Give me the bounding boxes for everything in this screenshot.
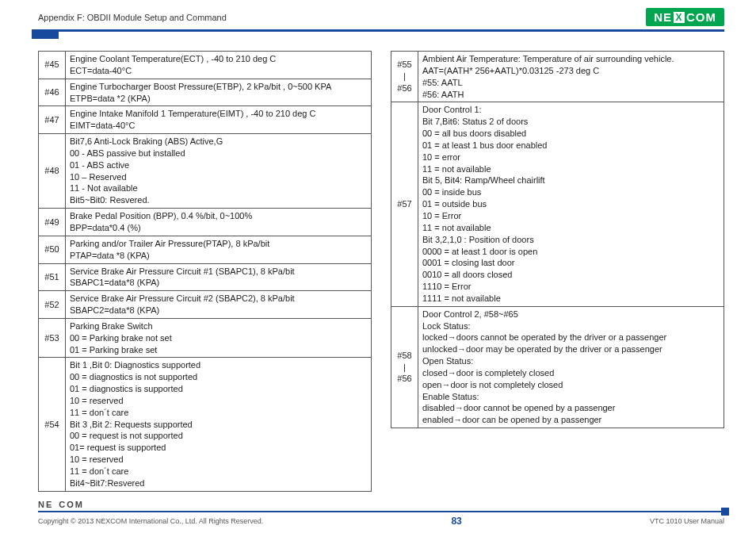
row-index: #57 [391,102,418,306]
copyright-text: Copyright © 2013 NEXCOM International Co… [38,517,263,525]
row-content: Ambient Air Temperature: Temperature of … [418,52,724,102]
left-column: #45Engine Coolant Temperature(ECT) , -40… [38,51,372,492]
nexcom-logo: NEXCOM [646,8,724,26]
left-table: #45Engine Coolant Temperature(ECT) , -40… [38,51,372,492]
footer-logo: NECOM [38,500,724,509]
table-row: #48Bit7,6 Anti-Lock Braking (ABS) Active… [39,134,372,209]
header-rule [38,29,724,32]
logo-x-icon: X [674,12,685,23]
row-index: #49 [39,209,66,236]
content-columns: #45Engine Coolant Temperature(ECT) , -40… [0,32,756,500]
row-index: #46 [39,79,66,106]
doc-title: VTC 1010 User Manual [650,517,724,525]
right-column: #55 | #56Ambient Air Temperature: Temper… [391,51,724,492]
table-row: #52Service Brake Air Pressure Circuit #2… [39,291,372,319]
row-content: Brake Pedal Position (BPP), 0.4 %/bit, 0… [66,209,372,236]
row-index: #52 [39,291,66,319]
table-row: #47Engine Intake Manifold 1 Temperature(… [39,106,372,134]
row-content: Bit7,6 Anti-Lock Braking (ABS) Active,G … [66,134,372,209]
table-row: #58 | #56Door Control 2, #58~#65 Lock St… [391,306,724,428]
row-index: #55 | #56 [391,52,418,102]
row-index: #58 | #56 [391,306,418,428]
table-row: #46Engine Turbocharger Boost Pressure(ET… [39,79,372,106]
row-content: Door Control 2, #58~#65 Lock Status: loc… [418,306,724,428]
row-content: Service Brake Air Pressure Circuit #1 (S… [66,263,372,291]
row-content: Parking Brake Switch 00 = Parking brake … [66,318,372,358]
row-index: #50 [39,236,66,263]
table-row: #50Parking and/or Trailer Air Pressure(P… [39,236,372,263]
page-footer: NECOM Copyright © 2013 NEXCOM Internatio… [0,500,756,527]
footer-rule [38,511,724,512]
page-number: 83 [451,516,461,527]
row-content: Engine Intake Manifold 1 Temperature(EIM… [66,106,372,134]
table-row: #54Bit 1 ,Bit 0: Diagnostics supported 0… [39,358,372,491]
table-row: #49Brake Pedal Position (BPP), 0.4 %/bit… [39,209,372,236]
table-row: #45Engine Coolant Temperature(ECT) , -40… [39,52,372,79]
row-content: Engine Turbocharger Boost Pressure(ETBP)… [66,79,372,106]
row-index: #51 [39,263,66,291]
row-index: #48 [39,134,66,209]
appendix-title: Appendix F: OBDII Module Setup and Comma… [38,13,227,22]
right-table: #55 | #56Ambient Air Temperature: Temper… [391,51,724,428]
row-content: Service Brake Air Pressure Circuit #2 (S… [66,291,372,319]
row-index: #47 [39,106,66,134]
row-content: Bit 1 ,Bit 0: Diagnostics supported 00 =… [66,358,372,491]
row-index: #54 [39,358,66,491]
row-content: Engine Coolant Temperature(ECT) , -40 to… [66,52,372,79]
row-content: Door Control 1: Bit 7,Bit6: Status 2 of … [418,102,724,306]
table-row: #51Service Brake Air Pressure Circuit #1… [39,263,372,291]
table-row: #55 | #56Ambient Air Temperature: Temper… [391,52,724,102]
table-row: #57Door Control 1: Bit 7,Bit6: Status 2 … [391,102,724,306]
table-row: #53Parking Brake Switch 00 = Parking bra… [39,318,372,358]
page-header: Appendix F: OBDII Module Setup and Comma… [0,0,756,29]
row-index: #45 [39,52,66,79]
row-index: #53 [39,318,66,358]
row-content: Parking and/or Trailer Air Pressure(PTAP… [66,236,372,263]
